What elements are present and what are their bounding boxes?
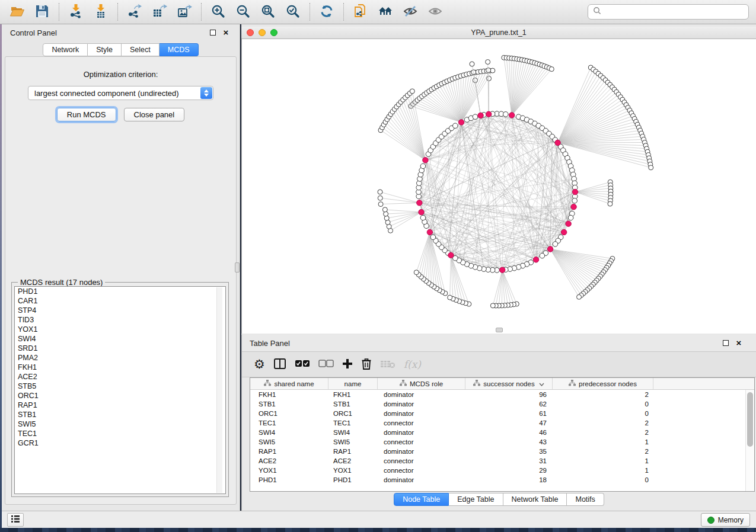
- add-row-button[interactable]: [342, 355, 353, 373]
- table-row[interactable]: SWI4SWI4dominator462: [250, 428, 745, 437]
- import-table-button[interactable]: [91, 2, 110, 21]
- tab-style[interactable]: Style: [88, 43, 122, 56]
- close-panel-button[interactable]: ×: [221, 27, 231, 38]
- list-item[interactable]: PHD1: [15, 287, 225, 296]
- list-item[interactable]: ACE2: [15, 372, 225, 382]
- canvas-splitter-handle[interactable]: [496, 328, 503, 332]
- table-scrollbar[interactable]: [745, 390, 754, 491]
- tab-network[interactable]: Network: [43, 43, 88, 56]
- status-bar: Memory: [2, 511, 756, 528]
- table-tabs: Node Table Edge Table Network Table Moti…: [242, 493, 756, 506]
- show-columns-button[interactable]: [273, 355, 286, 373]
- list-item[interactable]: STP4: [15, 306, 225, 315]
- list-item[interactable]: TEC1: [15, 429, 225, 438]
- function-builder-button[interactable]: f(x): [404, 355, 421, 373]
- list-item[interactable]: SRD1: [15, 344, 225, 353]
- table-panel-title: Table Panel: [250, 339, 290, 348]
- memory-button[interactable]: Memory: [701, 513, 750, 527]
- table-row[interactable]: PHD1PHD1dominator180: [250, 475, 745, 485]
- show-graphics-button[interactable]: [426, 2, 445, 21]
- list-item[interactable]: STB1: [15, 410, 225, 419]
- float-table-panel-button[interactable]: [720, 338, 731, 348]
- unselect-all-icon: [318, 360, 334, 370]
- export-image-button[interactable]: [175, 2, 194, 21]
- delete-rows-button[interactable]: [361, 355, 372, 373]
- list-item[interactable]: ORC1: [15, 391, 225, 400]
- table-cell: ORC1: [250, 409, 328, 418]
- tab-select[interactable]: Select: [122, 43, 160, 56]
- mcds-result-list[interactable]: PHD1CAR1STP4TID3YOX1SWI4SRD1PMA2FKH1ACE2…: [14, 286, 226, 494]
- delete-table-button[interactable]: [380, 355, 395, 373]
- column-header[interactable]: successor nodes: [465, 378, 553, 389]
- column-header[interactable]: predecessor nodes: [553, 378, 653, 389]
- tab-motifs[interactable]: Motifs: [567, 493, 604, 506]
- column-header[interactable]: shared name: [250, 378, 328, 389]
- column-header[interactable]: MCDS role: [378, 378, 465, 389]
- network-canvas[interactable]: [241, 39, 756, 334]
- close-panel-action-button[interactable]: Close panel: [124, 108, 185, 121]
- panel-splitter-handle[interactable]: [235, 262, 240, 273]
- result-scrollbar[interactable]: [216, 287, 222, 493]
- list-item[interactable]: SWI4: [15, 334, 225, 344]
- tab-mcds[interactable]: MCDS: [160, 43, 199, 56]
- unselect-all-button[interactable]: [318, 355, 334, 373]
- run-mcds-button[interactable]: Run MCDS: [57, 108, 116, 121]
- export-network-button[interactable]: [125, 2, 144, 21]
- table-options-button[interactable]: ⚙: [254, 355, 265, 373]
- search-input[interactable]: [605, 8, 744, 16]
- scrollbar-thumb[interactable]: [747, 392, 753, 447]
- node-table: shared namenameMCDS rolesuccessor nodesp…: [250, 377, 755, 492]
- zoom-fit-button[interactable]: [259, 2, 277, 21]
- select-all-button[interactable]: [295, 355, 310, 373]
- table-toolbar: ⚙ f(x): [242, 351, 756, 377]
- list-item[interactable]: STB5: [15, 382, 225, 391]
- apply-layout-button[interactable]: [317, 2, 336, 21]
- search-box[interactable]: [588, 4, 749, 20]
- table-row[interactable]: STB1STB1dominator620: [250, 399, 745, 409]
- column-header[interactable]: name: [328, 378, 378, 389]
- import-network-button[interactable]: [66, 2, 85, 21]
- list-item[interactable]: CAR1: [15, 296, 225, 306]
- list-item[interactable]: FKH1: [15, 363, 225, 372]
- table-cell: dominator: [378, 475, 465, 485]
- criterion-selected-value: largest connected component (undirected): [34, 89, 179, 98]
- tab-edge-table[interactable]: Edge Table: [449, 493, 503, 506]
- list-item[interactable]: TID3: [15, 315, 225, 325]
- close-table-panel-button[interactable]: ×: [733, 338, 744, 348]
- main-toolbar: [0, 0, 756, 24]
- hide-graphics-button[interactable]: [401, 2, 420, 21]
- list-item[interactable]: PMA2: [15, 353, 225, 363]
- table-cell: dominator: [378, 447, 465, 456]
- list-item[interactable]: SWI5: [15, 419, 225, 429]
- zoom-out-button[interactable]: [234, 2, 253, 21]
- table-cell: 46: [465, 428, 553, 437]
- float-panel-button[interactable]: [208, 27, 218, 38]
- table-cell: YOX1: [328, 466, 378, 475]
- list-item[interactable]: RAP1: [15, 400, 225, 410]
- table-row[interactable]: FKH1FKH1dominator962: [250, 390, 745, 399]
- table-row[interactable]: TEC1TEC1connector472: [250, 418, 745, 428]
- criterion-select[interactable]: largest connected component (undirected): [28, 86, 213, 100]
- export-table-button[interactable]: [150, 2, 169, 21]
- table-body: FKH1FKH1dominator962STB1STB1dominator620…: [250, 390, 745, 491]
- table-cell: dominator: [378, 409, 465, 418]
- table-row[interactable]: RAP1RAP1dominator352: [250, 447, 745, 456]
- table-row[interactable]: ACE2ACE2connector311: [250, 456, 745, 466]
- copy-network-button[interactable]: [351, 2, 370, 21]
- save-session-button[interactable]: [33, 2, 52, 21]
- list-item[interactable]: GCR1: [15, 438, 225, 448]
- tab-network-table[interactable]: Network Table: [503, 493, 567, 506]
- table-row[interactable]: ORC1ORC1dominator610: [250, 409, 745, 418]
- show-panels-button[interactable]: [7, 513, 24, 527]
- table-row[interactable]: YOX1YOX1connector291: [250, 466, 745, 475]
- tab-node-table[interactable]: Node Table: [394, 493, 449, 506]
- table-row[interactable]: SWI5SWI5connector431: [250, 437, 745, 447]
- zoom-selected-button[interactable]: [283, 2, 302, 21]
- table-cell: 96: [465, 390, 553, 399]
- open-file-button[interactable]: [8, 2, 27, 21]
- network-window-titlebar: YPA_prune.txt_1: [241, 27, 756, 39]
- zoom-in-button[interactable]: [209, 2, 228, 21]
- network-overview-button[interactable]: [376, 2, 395, 21]
- toolbar-separator: [310, 3, 310, 21]
- list-item[interactable]: YOX1: [15, 325, 225, 334]
